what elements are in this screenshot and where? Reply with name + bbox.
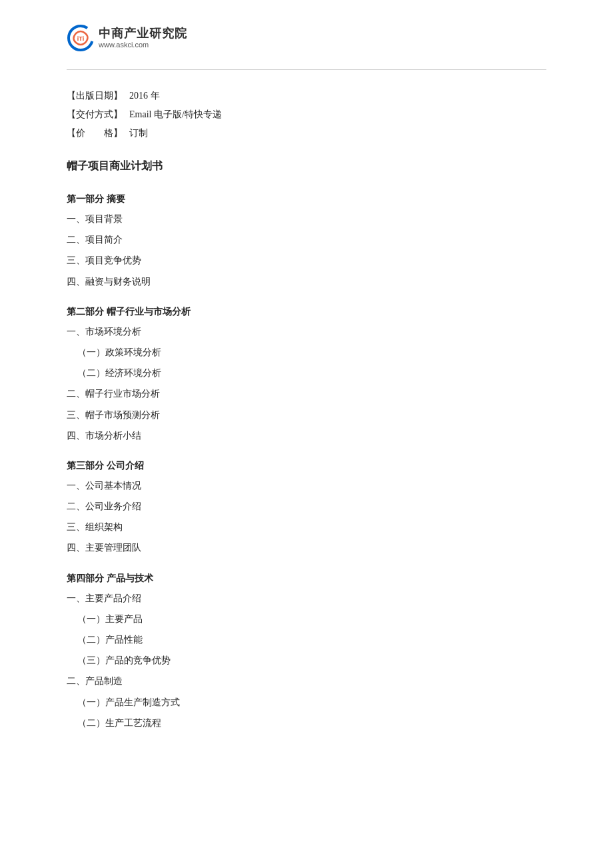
meta-row-price: 【价 格】 订制 [67,127,546,139]
toc-item: 二、项目简介 [67,231,546,248]
logo-container: iTi 中商产业研究院 www.askci.com [67,24,187,52]
price-label: 【价 格】 [67,127,127,139]
toc: 第一部分 摘要一、项目背景二、项目简介三、项目竞争优势四、融资与财务说明第二部分… [67,193,546,731]
meta-row-publish-date: 【出版日期】 2016 年 [67,90,546,102]
toc-item: （二）产品性能 [67,631,546,648]
toc-section-4: 第四部分 产品与技术一、主要产品介绍（一）主要产品（二）产品性能（三）产品的竞争… [67,573,546,731]
publish-date-label: 【出版日期】 [67,90,127,102]
meta-row-delivery: 【交付方式】 Email 电子版/特快专递 [67,109,546,121]
toc-part-heading-2: 第二部分 帽子行业与市场分析 [67,306,546,318]
logo-chinese-text: 中商产业研究院 [99,27,187,41]
price-value: 订制 [129,127,148,139]
toc-item: （三）产品的竞争优势 [67,652,546,669]
toc-part-heading-3: 第三部分 公司介绍 [67,460,546,472]
meta-section: 【出版日期】 2016 年 【交付方式】 Email 电子版/特快专递 【价 格… [67,90,546,139]
toc-item: 一、市场环境分析 [67,323,546,340]
delivery-label: 【交付方式】 [67,109,127,121]
toc-item: 四、主要管理团队 [67,539,546,556]
toc-item: 二、帽子行业市场分析 [67,385,546,402]
toc-item: 一、项目背景 [67,211,546,227]
company-logo-icon: iTi [67,24,95,52]
toc-item: 四、市场分析小结 [67,427,546,444]
main-content: 【出版日期】 2016 年 【交付方式】 Email 电子版/特快专递 【价 格… [0,70,613,774]
toc-section-3: 第三部分 公司介绍一、公司基本情况二、公司业务介绍三、组织架构四、主要管理团队 [67,460,546,557]
page-container: iTi 中商产业研究院 www.askci.com 【出版日期】 2016 年 … [0,0,613,868]
publish-date-value: 2016 年 [129,90,160,102]
svg-text:iTi: iTi [77,35,84,42]
toc-item: （二）生产工艺流程 [67,715,546,731]
toc-item: （二）经济环境分析 [67,365,546,381]
toc-item: 一、主要产品介绍 [67,590,546,607]
toc-item: 四、融资与财务说明 [67,273,546,290]
toc-item: （一）政策环境分析 [67,344,546,361]
toc-item: 三、帽子市场预测分析 [67,407,546,423]
toc-item: 三、组织架构 [67,519,546,535]
toc-item: 二、产品制造 [67,673,546,689]
logo-url-text: www.askci.com [99,41,187,49]
toc-item: 一、公司基本情况 [67,477,546,494]
logo-text-block: 中商产业研究院 www.askci.com [99,27,187,50]
report-title: 帽子项目商业计划书 [67,159,546,173]
header: iTi 中商产业研究院 www.askci.com [0,13,613,63]
delivery-value: Email 电子版/特快专递 [129,109,222,121]
toc-part-heading-1: 第一部分 摘要 [67,193,546,205]
toc-item: 三、项目竞争优势 [67,252,546,269]
toc-section-2: 第二部分 帽子行业与市场分析一、市场环境分析（一）政策环境分析（二）经济环境分析… [67,306,546,444]
toc-item: （一）主要产品 [67,611,546,627]
toc-item: （一）产品生产制造方式 [67,694,546,711]
toc-section-1: 第一部分 摘要一、项目背景二、项目简介三、项目竞争优势四、融资与财务说明 [67,193,546,290]
toc-part-heading-4: 第四部分 产品与技术 [67,573,546,585]
toc-item: 二、公司业务介绍 [67,498,546,515]
